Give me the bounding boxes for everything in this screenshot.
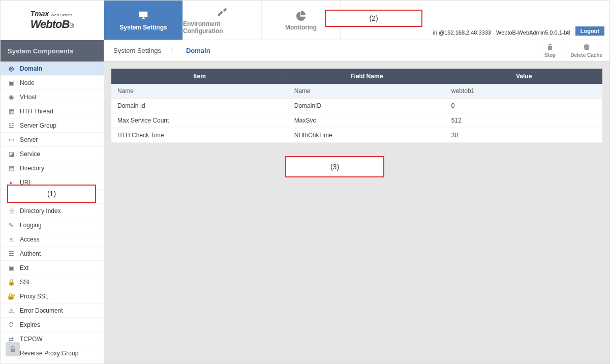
sidebar-item-node[interactable]: ▣Node <box>1 76 104 90</box>
sidebar-item-label: Directory Index <box>20 207 61 215</box>
lock-icon <box>6 342 20 356</box>
sidebar-item-label: Logging <box>20 222 42 229</box>
breadcrumb: System Settings 〉 Domain <box>104 46 537 55</box>
sidebar-item-ext[interactable]: ▣Ext <box>1 261 104 275</box>
sidebar-item-label: Expires <box>20 321 40 328</box>
col-item: Item <box>111 69 288 84</box>
sidebar-icon: ▤ <box>8 165 15 172</box>
sidebar-item-label: Proxy SSL <box>20 293 49 300</box>
sidebar-item-label: Domain <box>20 65 42 72</box>
sidebar-icon: ▣ <box>8 79 15 86</box>
cell-value: webtob1 <box>445 84 602 99</box>
nav-system-settings[interactable]: System Settings <box>104 1 183 40</box>
cell-value: 512 <box>445 113 602 128</box>
sidebar-icon: 🔐 <box>8 293 15 300</box>
sidebar-item-hth-thread[interactable]: ▦HTH Thread <box>1 104 104 118</box>
sidebar-item-label: TCPGW <box>20 336 43 343</box>
sidebar-icon: ☰ <box>8 250 15 257</box>
sidebar-item-directory-index[interactable]: ⌸Directory Index <box>1 204 104 218</box>
sidebar-item-label: SSL <box>20 279 32 286</box>
logo-reg: ® <box>69 22 74 29</box>
sidebar-icon: ⌸ <box>8 207 15 215</box>
sidebar-icon: ◎ <box>8 65 15 72</box>
sidebar-item-label: Server <box>20 136 38 143</box>
sidebar-icon: ✎ <box>8 222 15 229</box>
logout-button[interactable]: Logout <box>575 26 604 36</box>
piechart-icon <box>295 10 307 21</box>
sidebar-header: System Components <box>1 40 104 62</box>
nav-label: Environment Configuration <box>183 20 261 35</box>
domain-table: ItemField NameValue NameNamewebtob1Domai… <box>111 69 602 143</box>
sidebar-icon: ⎋ <box>8 236 15 243</box>
sidebar-item-authent[interactable]: ☰Authent <box>1 247 104 261</box>
sidebar-item-logging[interactable]: ✎Logging <box>1 218 104 232</box>
cell-item: Domain Id <box>111 99 288 113</box>
annotation-1: (1) <box>7 185 96 203</box>
sidebar-icon: ▭ <box>8 136 15 143</box>
breadcrumb-current: Domain <box>186 47 210 54</box>
sidebar-icon: ⏱ <box>8 321 15 328</box>
sidebar-icon: ▦ <box>8 108 15 115</box>
sidebar-item-label: Reverse Proxy Group <box>20 350 78 357</box>
chevron-right-icon: 〉 <box>170 46 186 55</box>
logo-sub: Web Server <box>51 13 72 17</box>
cell-item: Max Service Count <box>111 113 288 128</box>
sidebar-item-expires[interactable]: ⏱Expires <box>1 318 104 332</box>
nav-environment-config[interactable]: Environment Configuration <box>183 1 262 40</box>
annotation-2: (2) <box>325 10 422 27</box>
col-field-name: Field Name <box>288 69 445 84</box>
annotation-3: (3) <box>285 156 384 177</box>
breadcrumb-root[interactable]: System Settings <box>113 47 170 54</box>
delete-icon <box>583 43 591 51</box>
sidebar-item-proxy-ssl[interactable]: 🔐Proxy SSL <box>1 289 104 304</box>
cell-field: DomainID <box>288 99 445 113</box>
monitor-icon <box>138 10 149 21</box>
version-info: WebtoB-WebAdmin5.0.0.1-b8 <box>496 29 570 36</box>
sidebar-icon: ◉ <box>8 94 15 101</box>
sidebar-icon: ⇄ <box>8 336 15 343</box>
sidebar-item-label: VHost <box>20 94 37 101</box>
sidebar-item-label: HTH Thread <box>20 108 53 115</box>
nav-label: System Settings <box>119 24 167 31</box>
sidebar-item-error-document[interactable]: ⚠Error Document <box>1 304 104 318</box>
stop-label: Stop <box>544 52 556 58</box>
delete-cache-button[interactable]: Delete Cache <box>563 40 609 61</box>
sidebar-item-ssl[interactable]: 🔒SSL <box>1 275 104 289</box>
logo: Tmax Web Server WebtoB® <box>1 1 104 40</box>
sidebar-item-server-group[interactable]: ☳Server Group <box>1 118 104 133</box>
trash-icon <box>546 43 554 51</box>
sidebar-item-access[interactable]: ⎋Access <box>1 232 104 247</box>
sidebar-icon: ⚠ <box>8 307 15 314</box>
logo-name: WebtoB <box>30 18 70 31</box>
sidebar-icon: ▣ <box>8 264 15 271</box>
sidebar-icon: ◪ <box>8 150 15 158</box>
sidebar-item-vhost[interactable]: ◉VHost <box>1 90 104 104</box>
primary-nav: System Settings Environment Configuratio… <box>104 1 341 40</box>
sidebar-item-label: Ext <box>20 264 28 271</box>
cell-item: HTH Check Time <box>111 128 288 143</box>
cell-field: NHthChkTime <box>288 128 445 143</box>
sidebar-icon: 🔒 <box>8 279 15 286</box>
top-bar: Tmax Web Server WebtoB® System Settings … <box>1 1 609 40</box>
sidebar-item-server[interactable]: ▭Server <box>1 133 104 147</box>
sidebar-item-label: Error Document <box>20 307 63 314</box>
sidebar-item-label: Server Group <box>20 122 56 129</box>
sidebar-item-directory[interactable]: ▤Directory <box>1 161 104 175</box>
table-row[interactable]: Domain IdDomainID0 <box>111 99 602 113</box>
sidebar-icon: ☳ <box>8 122 15 129</box>
connection-info: in @192.168.2.48:3333 <box>433 29 491 36</box>
cell-field: Name <box>288 84 445 99</box>
sidebar-item-service[interactable]: ◪Service <box>1 147 104 161</box>
sidebar-item-label: Access <box>20 236 40 243</box>
sidebar-item-label: Directory <box>20 165 44 172</box>
table-row[interactable]: HTH Check TimeNHthChkTime30 <box>111 128 602 143</box>
stop-button[interactable]: Stop <box>537 40 563 61</box>
table-row[interactable]: NameNamewebtob1 <box>111 84 602 99</box>
logo-tmax: Tmax <box>30 10 49 18</box>
main-area: System Settings 〉 Domain Stop Delete Cac… <box>104 40 609 363</box>
sidebar-item-label: Authent <box>20 250 41 257</box>
content: ItemField NameValue NameNamewebtob1Domai… <box>104 62 609 150</box>
breadcrumb-bar: System Settings 〉 Domain Stop Delete Cac… <box>104 40 609 62</box>
sidebar-item-domain[interactable]: ◎Domain <box>1 62 104 76</box>
table-row[interactable]: Max Service CountMaxSvc512 <box>111 113 602 128</box>
